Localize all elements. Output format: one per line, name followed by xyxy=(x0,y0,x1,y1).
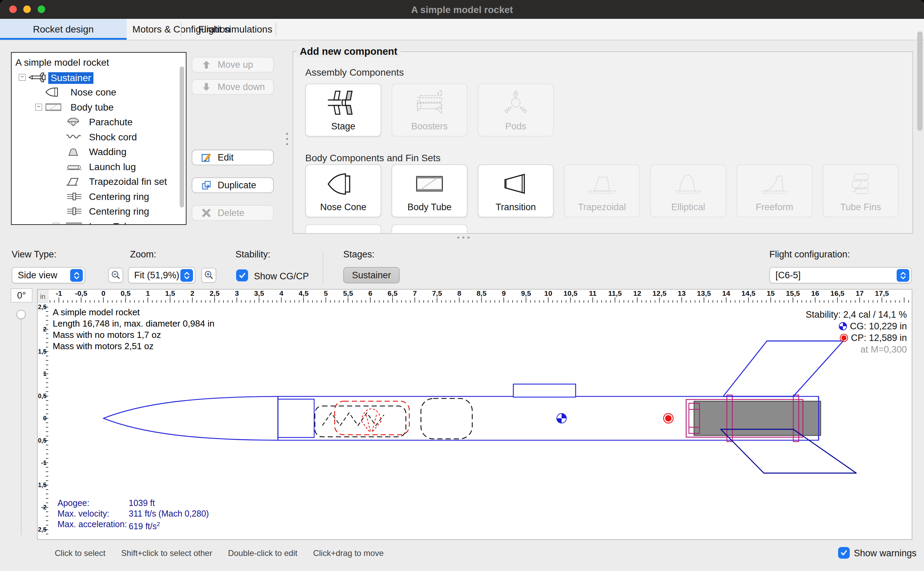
svg-text:1,5: 1,5 xyxy=(165,290,175,297)
card-label: Transition xyxy=(496,202,536,213)
zoom-in-button[interactable] xyxy=(201,268,216,283)
add-freeform-card: Freeform xyxy=(736,164,812,218)
add-stage-card[interactable]: Stage xyxy=(305,83,381,137)
tree-item-parachute[interactable]: Parachute xyxy=(12,114,186,130)
rotation-slider-knob[interactable] xyxy=(17,310,26,319)
card-label: Boosters xyxy=(411,121,448,132)
tab-flight-simulations[interactable]: Flight simulations xyxy=(188,19,282,40)
add-elliptical-card: Elliptical xyxy=(650,164,726,218)
launch-lug-icon xyxy=(65,162,84,172)
tree-item-wadding[interactable]: Wadding xyxy=(12,144,186,159)
check-icon xyxy=(840,549,848,557)
rocket-icon xyxy=(28,72,47,82)
add-nose-cone-card[interactable]: Nose Cone xyxy=(305,164,381,218)
flight-stat-label: Apogee: xyxy=(57,498,129,508)
svg-text:5,5: 5,5 xyxy=(343,290,353,297)
tree-item-shock-cord[interactable]: Shock cord xyxy=(12,130,186,145)
svg-text:2,5: 2,5 xyxy=(209,290,220,297)
svg-text:17,5: 17,5 xyxy=(875,290,889,297)
svg-text:-2,5: -2,5 xyxy=(38,526,46,533)
rotation-value-box[interactable]: 0° xyxy=(11,288,32,302)
button-label: Move down xyxy=(218,82,265,93)
openrocket-window: A simple model rocket Rocket design Moto… xyxy=(0,0,924,571)
card-tubefins-icon xyxy=(823,165,898,202)
body-components-label: Body Components and Fin Sets xyxy=(305,153,440,164)
tree-item-centering-ring[interactable]: Centering ring xyxy=(12,189,186,204)
tree-item-body-tube[interactable]: −Body tube xyxy=(12,100,186,115)
show-warnings-checkbox[interactable] xyxy=(838,547,850,559)
fin-set-icon xyxy=(65,176,84,187)
svg-text:13,5: 13,5 xyxy=(697,290,711,297)
tree-item-inner-tube[interactable]: +Inner Tube xyxy=(12,219,186,225)
svg-text:-2: -2 xyxy=(41,504,46,511)
svg-text:4: 4 xyxy=(279,290,283,297)
tab-rocket-design[interactable]: Rocket design xyxy=(0,19,126,40)
main-tab-bar: Rocket design Motors & Configuration Fli… xyxy=(0,19,924,40)
add-body-tube-card[interactable]: Body Tube xyxy=(391,164,468,218)
svg-text:5: 5 xyxy=(324,290,328,297)
tree-item-sustainer[interactable]: −Sustainer xyxy=(12,70,186,85)
tree-item-label: Wadding xyxy=(89,147,126,157)
tree-scrollbar[interactable] xyxy=(180,66,184,207)
launch-lug[interactable] xyxy=(513,384,576,397)
card-elliptical-icon xyxy=(651,165,725,202)
centering-ring-icon xyxy=(65,191,84,202)
view-type-label: View Type: xyxy=(12,249,57,260)
svg-text:13: 13 xyxy=(678,290,685,297)
button-label: Duplicate xyxy=(218,180,256,191)
tree-item-label: Shock cord xyxy=(89,132,137,143)
svg-text:6,5: 6,5 xyxy=(387,290,398,297)
move-down-button[interactable]: Move down xyxy=(192,79,274,95)
duplicate-button[interactable]: Duplicate xyxy=(192,177,274,193)
tree-item-nose-cone[interactable]: Nose cone xyxy=(12,85,186,100)
cg-symbol xyxy=(557,414,567,423)
edit-button[interactable]: Edit xyxy=(192,150,274,165)
collapse-icon[interactable]: − xyxy=(35,104,42,111)
card-tube-icon xyxy=(392,165,467,202)
add-transition-card[interactable]: Transition xyxy=(478,164,554,218)
move-up-button[interactable]: Move up xyxy=(192,57,274,73)
button-label: Move up xyxy=(218,60,253,70)
expand-icon[interactable]: + xyxy=(53,223,60,225)
svg-text:-1: -1 xyxy=(41,459,46,466)
motor[interactable] xyxy=(694,401,821,435)
svg-text:0,5: 0,5 xyxy=(120,290,131,297)
button-label: Delete xyxy=(218,208,244,218)
tab-separator xyxy=(276,23,276,36)
tree-item-centering-ring[interactable]: Centering ring xyxy=(12,204,186,219)
show-cg-cp-checkbox[interactable] xyxy=(236,269,248,281)
chevron-updown-icon xyxy=(70,269,83,282)
edit-icon xyxy=(201,152,211,163)
horizontal-splitter-handle[interactable] xyxy=(457,236,470,239)
svg-text:0: 0 xyxy=(43,415,46,422)
zoom-select[interactable]: Fit (51,9%) xyxy=(128,267,196,284)
svg-text:0,5: 0,5 xyxy=(38,393,46,400)
svg-text:9,5: 9,5 xyxy=(521,290,531,297)
chevron-updown-icon xyxy=(896,269,909,282)
svg-text:15: 15 xyxy=(767,290,775,297)
svg-text:8,5: 8,5 xyxy=(476,290,487,297)
add-component-panel: Assembly Components StageBoostersPods Bo… xyxy=(293,51,913,234)
panel-scrollbar[interactable] xyxy=(917,31,922,131)
svg-text:1: 1 xyxy=(146,290,150,297)
svg-text:1,5: 1,5 xyxy=(38,348,46,355)
collapse-icon[interactable]: − xyxy=(19,74,26,81)
cp-legend-icon xyxy=(839,333,849,343)
stage-toggle-sustainer[interactable]: Sustainer xyxy=(343,267,400,284)
tree-item-a-simple-model-rocket[interactable]: A simple model rocket xyxy=(12,55,186,70)
vertical-splitter-handle[interactable] xyxy=(286,133,288,145)
view-type-select[interactable]: Side view xyxy=(12,267,85,284)
flight-configuration-value: [C6-5] xyxy=(776,270,801,281)
tree-item-launch-lug[interactable]: Launch lug xyxy=(12,159,186,174)
add-pods-card: Pods xyxy=(478,83,554,137)
arrow-down-icon xyxy=(201,82,211,92)
svg-text:3: 3 xyxy=(235,290,239,297)
tree-item-trapezoidal-fin-set[interactable]: Trapezoidal fin set xyxy=(12,174,186,189)
zoom-out-button[interactable] xyxy=(108,268,123,283)
tree-item-label: Body tube xyxy=(71,102,114,113)
flight-configuration-select[interactable]: [C6-5] xyxy=(769,267,912,284)
tree-item-label: Centering ring xyxy=(89,206,149,217)
delete-button[interactable]: Delete xyxy=(192,205,274,221)
rotation-slider-track[interactable] xyxy=(20,314,22,535)
chevron-updown-icon xyxy=(180,269,193,282)
